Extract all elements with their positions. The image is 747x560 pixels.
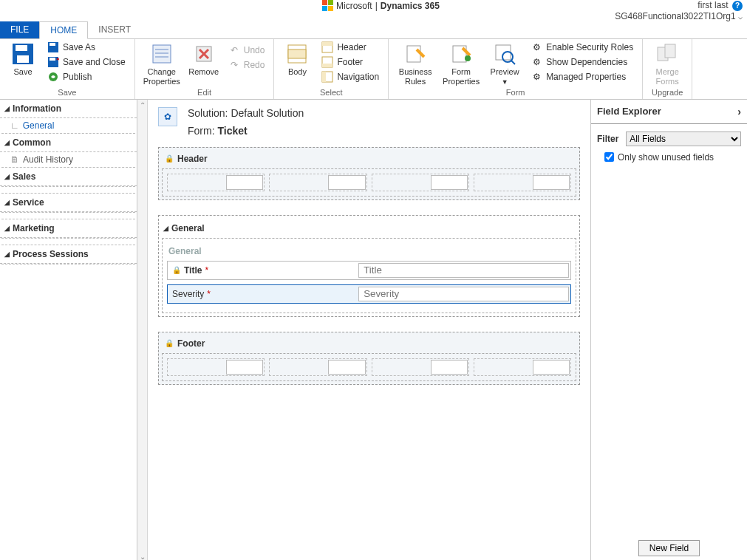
- footer-section-title: Footer: [177, 338, 205, 349]
- svg-rect-24: [407, 46, 420, 62]
- footer-section[interactable]: 🔒Footer: [158, 332, 580, 385]
- solution-name: Default Solution: [231, 107, 304, 119]
- brand-divider: |: [375, 1, 378, 11]
- footer-cell[interactable]: [269, 358, 366, 376]
- unused-fields-checkbox[interactable]: [604, 152, 614, 162]
- title-field-input[interactable]: [358, 263, 569, 278]
- ribbon-tabs: FILE HOME INSERT: [0, 21, 747, 39]
- business-rules-button[interactable]: Business Rules: [395, 41, 436, 87]
- header-cell[interactable]: [269, 174, 366, 191]
- brand-company: Microsoft: [336, 1, 372, 11]
- svg-point-26: [465, 55, 471, 61]
- save-icon: [11, 42, 35, 66]
- nav-section-marketing[interactable]: ◢Marketing: [0, 219, 137, 238]
- svg-rect-31: [665, 44, 675, 58]
- link-bullet-icon: ∟: [10, 120, 19, 131]
- group-label-save: Save: [6, 87, 129, 98]
- nav-section-process[interactable]: ◢Process Sessions: [0, 245, 137, 264]
- nav-section-service[interactable]: ◢Service: [0, 194, 137, 212]
- group-label-select: Select: [280, 87, 382, 98]
- scroll-up-icon[interactable]: ⌃: [140, 100, 146, 111]
- body-button[interactable]: Body: [280, 41, 314, 87]
- brand-product: Dynamics 365: [381, 1, 440, 11]
- svg-rect-6: [50, 58, 55, 61]
- unused-fields-label: Only show unused fields: [618, 152, 714, 163]
- enable-security-button[interactable]: ⚙ Enable Security Roles: [528, 41, 636, 54]
- chevron-right-icon[interactable]: ›: [737, 106, 741, 117]
- header-cell[interactable]: [474, 174, 571, 191]
- publish-button[interactable]: Publish: [44, 70, 129, 83]
- preview-button[interactable]: Preview▼: [486, 41, 523, 87]
- show-dependencies-button[interactable]: ⚙ Show Dependencies: [528, 55, 636, 69]
- filter-select[interactable]: All Fields: [626, 132, 741, 146]
- form-properties-icon: [449, 42, 473, 66]
- remove-icon: [192, 42, 216, 66]
- svg-rect-17: [288, 49, 306, 58]
- lock-icon: 🔒: [165, 154, 174, 163]
- redo-button[interactable]: ↷ Redo: [225, 58, 268, 72]
- collapse-icon: ◢: [4, 225, 10, 232]
- org-dropdown-icon[interactable]: ⌵: [738, 13, 743, 21]
- field-explorer: Field Explorer › Filter All Fields Only …: [590, 100, 747, 561]
- field-explorer-title: Field Explorer: [597, 106, 661, 117]
- collapse-icon: ◢: [4, 139, 10, 146]
- nav-scroll-strip: ⌃ ⌄: [137, 100, 148, 561]
- footer-cell[interactable]: [167, 358, 265, 376]
- field-row-title[interactable]: 🔒Title*: [167, 261, 571, 280]
- svg-rect-2: [17, 55, 29, 63]
- user-org: SG468Functional3022TI1Org1: [615, 11, 735, 21]
- field-row-severity[interactable]: Severity*: [167, 284, 571, 304]
- header-section[interactable]: 🔒Header: [158, 147, 580, 200]
- change-properties-button[interactable]: Change Properties: [141, 41, 183, 87]
- group-label-upgrade: Upgrade: [649, 87, 686, 98]
- scroll-down-icon[interactable]: ⌄: [140, 551, 146, 561]
- svg-rect-4: [50, 43, 55, 46]
- business-rules-icon: [403, 42, 427, 66]
- svg-rect-1: [16, 45, 27, 51]
- save-close-button[interactable]: ✶ Save and Close: [44, 55, 129, 69]
- group-label-form: Form: [395, 87, 636, 98]
- footer-cell[interactable]: [474, 358, 571, 376]
- header-cell[interactable]: [372, 174, 469, 191]
- header-icon: [321, 41, 333, 53]
- filter-label: Filter: [597, 134, 618, 144]
- tab-file[interactable]: FILE: [0, 21, 39, 38]
- help-icon[interactable]: ?: [732, 1, 743, 11]
- microsoft-logo-icon: [322, 0, 333, 11]
- left-nav: ◢Information ∟General ◢Common 🗎Audit His…: [0, 100, 137, 561]
- footer-cell[interactable]: [372, 358, 469, 376]
- nav-section-information[interactable]: ◢Information: [0, 100, 137, 118]
- collapse-icon: ◢: [4, 173, 10, 180]
- general-subsection-title: General: [167, 243, 571, 261]
- undo-button[interactable]: ↶ Undo: [225, 44, 268, 57]
- save-button[interactable]: Save: [6, 41, 40, 87]
- nav-section-sales[interactable]: ◢Sales: [0, 168, 137, 186]
- header-button[interactable]: Header: [318, 41, 382, 54]
- svg-line-29: [511, 61, 515, 64]
- nav-section-common[interactable]: ◢Common: [0, 134, 137, 152]
- save-as-button[interactable]: Save As: [44, 41, 129, 54]
- form-canvas: ✿ Solution: Default Solution Form: Ticke…: [148, 100, 590, 561]
- header-cell[interactable]: [167, 174, 265, 191]
- title-field-label: Title: [184, 265, 202, 276]
- tab-home[interactable]: HOME: [39, 21, 88, 39]
- navigation-button[interactable]: Navigation: [318, 70, 382, 83]
- redo-icon: ↷: [228, 59, 240, 71]
- general-tab-section[interactable]: ◢General General 🔒Title* Severity*: [158, 215, 580, 317]
- merge-forms-button[interactable]: Merge Forms: [649, 41, 686, 87]
- unused-fields-checkbox-row[interactable]: Only show unused fields: [604, 152, 741, 163]
- footer-button[interactable]: Footer: [318, 55, 382, 69]
- collapse-icon: ◢: [4, 105, 10, 112]
- merge-forms-icon: [655, 42, 679, 66]
- severity-field-input[interactable]: [358, 287, 569, 301]
- save-as-icon: [47, 41, 59, 53]
- remove-button[interactable]: Remove: [187, 41, 221, 87]
- nav-item-audit[interactable]: 🗎Audit History: [0, 152, 137, 167]
- tab-insert[interactable]: INSERT: [88, 21, 141, 38]
- new-field-button[interactable]: New Field: [638, 540, 700, 556]
- footer-icon: [321, 56, 333, 68]
- form-properties-button[interactable]: Form Properties: [440, 41, 482, 87]
- nav-item-general[interactable]: ∟General: [0, 118, 137, 133]
- managed-properties-button[interactable]: ⚙ Managed Properties: [528, 70, 636, 83]
- publish-icon: [47, 71, 59, 83]
